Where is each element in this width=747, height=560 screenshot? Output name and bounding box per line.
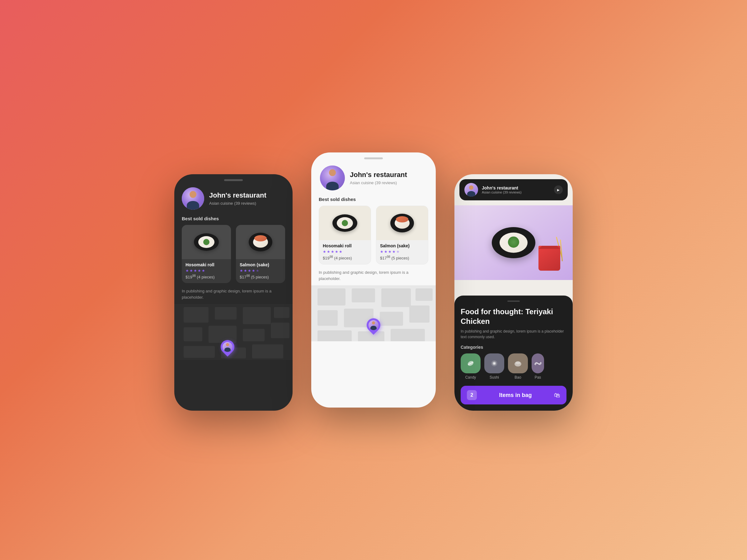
candy-icon	[466, 358, 475, 368]
phone2-restaurant-info: John's restaurant Asian cuisine (39 revi…	[350, 171, 407, 185]
hosomaki-roll-image-2	[332, 214, 357, 232]
svg-rect-4	[274, 307, 289, 318]
phone1-dish2-name: Salmon (sake)	[240, 262, 281, 267]
top-bar-restaurant-name: John's restaurant	[482, 185, 522, 190]
categories-title: Categories	[461, 345, 566, 350]
phone1-dish2-stars: ★ ★ ★ ★ ★	[240, 268, 281, 273]
svg-rect-11	[252, 344, 283, 358]
svg-rect-13	[317, 288, 345, 305]
phone2-dish1-image	[319, 206, 371, 240]
star-3: ★	[194, 268, 197, 273]
phone1-map	[174, 304, 292, 360]
phone-1-dark: John's restaurant Asian cuisine (39 revi…	[174, 174, 292, 411]
phone1-dish1-image	[182, 225, 231, 259]
category-bao[interactable]: Bao	[508, 353, 528, 379]
play-button[interactable]: ▶	[554, 185, 563, 194]
salmon-roll-image-2	[390, 214, 414, 232]
pasta-label: Pas	[535, 375, 541, 379]
star-4: ★	[198, 268, 201, 273]
phone1-dish1-stars: ★ ★ ★ ★ ★	[185, 268, 227, 273]
phone1-section-title: Best sold dishes	[174, 215, 292, 225]
phone1-dish2-price: $1798 (5 pieces)	[240, 274, 281, 279]
svg-rect-7	[243, 329, 264, 341]
pasta-icon-box	[532, 353, 544, 373]
phone2-dish1-name: Hosomaki roll	[323, 243, 367, 248]
avatar-figure-2	[320, 165, 345, 190]
svg-point-28	[493, 363, 495, 364]
phone2-description: In publishing and graphic design, lorem …	[311, 264, 436, 285]
noodle-box	[538, 246, 563, 274]
star-2: ★	[244, 268, 247, 273]
noodle-box-body	[538, 246, 560, 271]
category-candy[interactable]: Candy	[461, 353, 481, 379]
phone1-restaurant-info: John's restaurant Asian cuisine (39 revi…	[209, 191, 266, 205]
svg-rect-19	[380, 312, 403, 326]
location-pin-light	[367, 318, 380, 332]
phone2-dishes-grid: Hosomaki roll ★ ★ ★ ★ ★ $1998 (4 pieces)	[311, 206, 436, 264]
phone2-dish2-price: $1798 (5 pieces)	[380, 255, 424, 260]
star-1: ★	[185, 268, 189, 273]
phone3-bottom-sheet: Food for thought: Teriyaki Chicken In pu…	[455, 296, 573, 411]
location-pin-dark	[221, 340, 234, 354]
phone2-dish1-card[interactable]: Hosomaki roll ★ ★ ★ ★ ★ $1998 (4 pieces)	[319, 206, 371, 264]
candy-icon-box	[461, 353, 481, 373]
phone3-top-bar: John's restaurant Asian cuisine (39 revi…	[459, 179, 568, 201]
hosomaki-roll-image	[194, 233, 219, 251]
salmon-roll-image	[249, 233, 272, 251]
svg-rect-5	[184, 327, 202, 341]
avatar-phone1	[182, 187, 204, 210]
star-3: ★	[248, 268, 251, 273]
phones-container: John's restaurant Asian cuisine (39 revi…	[156, 131, 591, 429]
category-sushi[interactable]: Sushi	[484, 353, 504, 379]
svg-rect-21	[317, 330, 352, 341]
phone1-header: John's restaurant Asian cuisine (39 revi…	[174, 181, 292, 215]
hero-title: Food for thought: Teriyaki Chicken	[461, 307, 566, 326]
phone2-header: John's restaurant Asian cuisine (39 revi…	[311, 159, 436, 195]
bao-label: Bao	[515, 375, 521, 379]
phone1-dishes-grid: Hosomaki roll ★ ★ ★ ★ ★ $1998 (4 pieces)	[174, 225, 292, 283]
phone1-dish1-card[interactable]: Hosomaki roll ★ ★ ★ ★ ★ $1998 (4 pieces)	[182, 225, 231, 283]
svg-rect-14	[352, 288, 375, 302]
hero-sushi-roll	[492, 227, 535, 258]
phone1-restaurant-name: John's restaurant	[209, 191, 266, 199]
svg-rect-22	[358, 331, 384, 341]
phone2-dish2-card[interactable]: Salmon (sake) ★ ★ ★ ★ ★ $1798 (5 pieces)	[376, 206, 428, 264]
pin-head-dark	[218, 337, 237, 356]
phone2-dish2-name: Salmon (sake)	[380, 243, 424, 248]
svg-rect-2	[215, 307, 236, 320]
top-bar-avatar	[464, 183, 478, 196]
phone-2-white: John's restaurant Asian cuisine (39 revi…	[311, 153, 436, 407]
sushi-icon-box	[484, 353, 504, 373]
items-in-bag-button[interactable]: 2 Items in bag 🛍	[461, 386, 566, 404]
phone1-dish2-card[interactable]: Salmon (sake) ★ ★ ★ ★ ★ $1798 (5 pieces)	[236, 225, 285, 283]
svg-rect-20	[409, 305, 430, 323]
sushi-icon	[489, 358, 499, 368]
phone2-dish1-price: $1998 (4 pieces)	[323, 255, 367, 260]
top-bar-info: John's restaurant Asian cuisine (39 revi…	[482, 185, 522, 194]
phone1-dish2-info: Salmon (sake) ★ ★ ★ ★ ★ $1798 (5 pieces)	[236, 259, 285, 283]
category-pasta[interactable]: Pas	[532, 353, 544, 379]
phone2-dish1-stars: ★ ★ ★ ★ ★	[323, 249, 367, 254]
phone1-dish1-name: Hosomaki roll	[185, 262, 227, 267]
phone1-cuisine: Asian cuisine (39 reviews)	[209, 201, 266, 206]
phone2-dish2-image	[376, 206, 428, 240]
star-4: ★	[252, 268, 255, 273]
phone2-dish1-info: Hosomaki roll ★ ★ ★ ★ ★ $1998 (4 pieces)	[319, 240, 371, 264]
salmon-topping-2	[396, 216, 408, 222]
phone2-map	[311, 285, 436, 341]
svg-rect-1	[184, 307, 209, 323]
bag-icon: 🛍	[554, 392, 560, 399]
pin-avatar-light	[368, 320, 379, 330]
svg-rect-16	[415, 288, 433, 301]
phone2-dish2-info: Salmon (sake) ★ ★ ★ ★ ★ $1798 (5 pieces)	[376, 240, 428, 264]
phone1-dish1-price: $1998 (4 pieces)	[185, 274, 227, 279]
svg-rect-3	[243, 307, 271, 324]
bag-label: Items in bag	[481, 392, 550, 399]
svg-rect-23	[391, 329, 425, 341]
avatar-phone2	[320, 165, 345, 190]
bao-icon-box	[508, 353, 528, 373]
phone1-dish1-info: Hosomaki roll ★ ★ ★ ★ ★ $1998 (4 pieces)	[182, 259, 231, 283]
svg-rect-15	[381, 288, 411, 307]
svg-rect-17	[317, 310, 338, 326]
svg-point-30	[515, 361, 520, 364]
